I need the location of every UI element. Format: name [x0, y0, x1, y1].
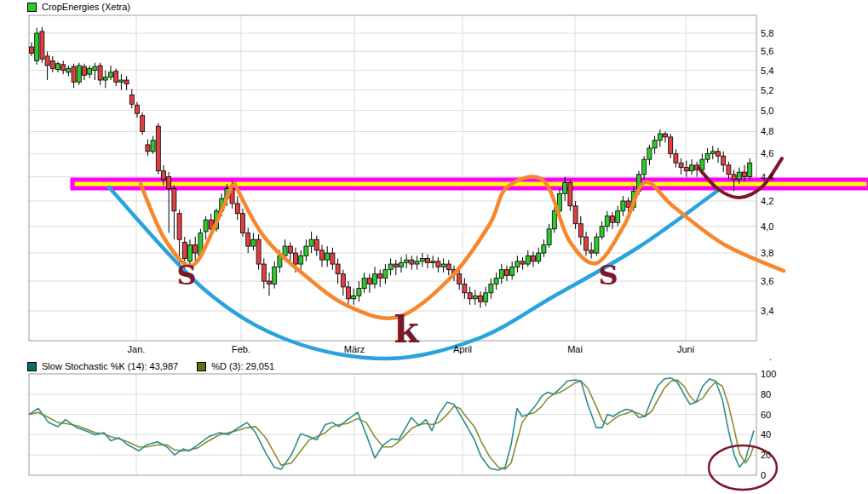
candle-body — [669, 137, 673, 154]
candle-body — [172, 189, 176, 211]
candle-body — [690, 165, 694, 171]
candle-body — [568, 183, 572, 206]
candle-body — [251, 239, 256, 246]
candle-body — [499, 270, 503, 279]
price-y-tick-label: 5,6 — [761, 46, 773, 56]
candle-body — [103, 78, 107, 80]
price-y-tick-label: 5,0 — [761, 106, 773, 116]
price-y-tick-label: 5,4 — [761, 66, 773, 76]
candle-body — [320, 250, 325, 260]
candle-body — [193, 245, 198, 254]
candle-body — [605, 216, 609, 227]
candle-body — [336, 264, 340, 274]
candle-body — [367, 279, 371, 284]
candle-body — [542, 245, 546, 254]
candle-body — [83, 66, 87, 75]
candle-body — [98, 66, 102, 80]
candle-body — [182, 242, 187, 258]
candle-body — [463, 284, 467, 292]
month-label: März — [344, 344, 365, 354]
candle-body — [479, 296, 483, 302]
candle-body — [710, 152, 715, 154]
candle-body — [294, 253, 298, 264]
candle-body — [283, 246, 287, 256]
candle-body — [431, 261, 435, 263]
candle-body — [410, 260, 414, 264]
candle-body — [151, 141, 155, 152]
candle-body — [547, 229, 551, 245]
candle-body — [664, 134, 668, 137]
candle-body — [716, 152, 721, 156]
candle-body — [415, 261, 419, 264]
candle-body — [400, 262, 404, 267]
candle-body — [383, 270, 388, 279]
candle-body — [256, 239, 261, 264]
candle-body — [679, 163, 683, 167]
stray-dot-label: . — [769, 352, 772, 362]
candle-body — [494, 279, 498, 284]
month-label: Mai — [567, 344, 583, 354]
candle-body — [88, 68, 92, 74]
candle-body — [405, 260, 409, 262]
candle-body — [299, 256, 303, 264]
candle-body — [441, 264, 445, 267]
stochastic-legend: Slow Stochastic %K (14): 43,987 %D (3): … — [27, 361, 293, 371]
candle-body — [177, 214, 181, 240]
stoch-y-tick-label: 60 — [761, 410, 771, 420]
stochastic-k-swatch-icon — [27, 362, 37, 371]
candle-body — [684, 168, 688, 171]
stoch-panel-border — [29, 374, 756, 475]
month-label: Juni — [677, 344, 694, 354]
stochastic-d-label: %D (3): 29,051 — [211, 361, 274, 371]
candle-body — [727, 165, 731, 175]
month-label: Jan. — [128, 344, 146, 354]
stoch-y-tick-label: 100 — [761, 369, 776, 379]
candle-body — [352, 296, 356, 298]
candle-body — [611, 216, 615, 223]
maroon-oversold-ellipse — [709, 445, 777, 490]
candle-body — [373, 274, 377, 284]
candle-body — [66, 68, 71, 72]
price-y-tick-label: 3,8 — [761, 248, 773, 258]
candle-body — [578, 224, 583, 237]
candle-body — [241, 214, 245, 233]
price-y-tick-label: 4,4 — [761, 172, 773, 182]
candle-body — [584, 237, 589, 250]
candle-body — [532, 256, 536, 261]
price-y-tick-label: 4,8 — [761, 126, 773, 136]
candle-body — [436, 261, 440, 267]
candle-body — [309, 239, 313, 246]
candle-body — [737, 172, 741, 179]
month-label: April — [453, 344, 472, 354]
candle-body — [235, 204, 239, 214]
pattern-letter-S: S — [598, 259, 618, 291]
candle-body — [246, 233, 250, 246]
candle-body — [537, 253, 541, 261]
candle-body — [489, 284, 493, 292]
candle-body — [563, 183, 567, 194]
candle-body — [124, 80, 129, 84]
stochastic-k-line — [29, 378, 754, 470]
candle-body — [325, 253, 330, 260]
candle-body — [304, 246, 308, 256]
candle-body — [119, 80, 124, 82]
candle-body — [552, 211, 556, 229]
candle-body — [109, 72, 113, 78]
candle-body — [331, 253, 335, 264]
resistance-band — [72, 180, 868, 188]
candle-body — [262, 264, 266, 281]
candle-body — [204, 220, 208, 232]
candle-body — [273, 267, 277, 284]
stochastic-k-legend-item: Slow Stochastic %K (14): 43,987 — [27, 361, 178, 371]
candle-body — [658, 134, 662, 141]
candle-body — [72, 66, 76, 82]
stochastic-d-legend-item: %D (3): 29,051 — [197, 361, 274, 371]
candle-body — [595, 237, 599, 253]
candle-body — [721, 156, 726, 165]
candle-body — [388, 264, 393, 270]
candle-body — [288, 246, 292, 253]
candle-body — [362, 279, 366, 289]
candle-body — [146, 145, 150, 152]
candle-body — [135, 106, 140, 114]
stochastic-d-line — [29, 380, 754, 469]
